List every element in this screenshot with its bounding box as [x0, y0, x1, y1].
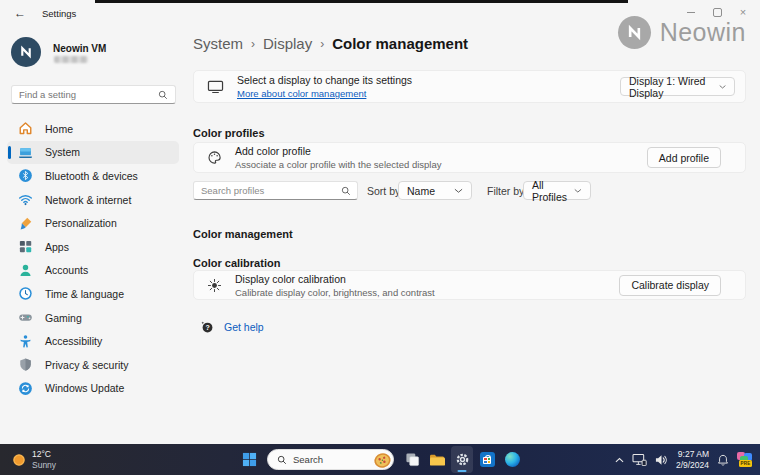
palette-icon — [207, 150, 222, 165]
sidebar-item-bluetooth-devices[interactable]: Bluetooth & devices — [7, 164, 179, 188]
settings-window: ← Settings × Neowin Neowin VM Home Syste… — [0, 0, 760, 475]
search-profiles-box[interactable] — [193, 181, 358, 200]
add-color-profile-card: Add color profile Associate a color prof… — [193, 142, 746, 173]
sidebar-item-time-language[interactable]: Time & language — [7, 282, 179, 306]
search-icon — [277, 455, 287, 465]
taskbar: 12°C Sunny Search — [0, 444, 760, 475]
edge-button[interactable] — [501, 446, 523, 473]
network-tray-icon[interactable] — [632, 453, 647, 466]
breadcrumb-separator: › — [320, 36, 324, 51]
user-email-redacted — [54, 56, 88, 63]
get-help-row: ? Get help — [200, 320, 264, 334]
page-title: Color management — [332, 35, 468, 52]
microsoft-store-button[interactable] — [476, 446, 498, 473]
taskbar-search-label: Search — [293, 454, 323, 465]
weather-sun-icon — [12, 453, 26, 467]
chevron-down-icon — [574, 188, 582, 194]
search-icon — [158, 90, 168, 100]
titlebar: ← Settings — [14, 7, 76, 19]
task-view-icon — [405, 452, 420, 467]
weather-widget[interactable]: 12°C Sunny — [12, 444, 56, 475]
accessibility-icon — [18, 334, 33, 349]
get-help-link[interactable]: Get help — [224, 321, 264, 333]
tray-time: 9:27 AM — [678, 449, 709, 460]
avatar[interactable] — [11, 37, 41, 67]
display-selector-title: Select a display to change its settings — [237, 74, 412, 86]
back-icon[interactable]: ← — [14, 7, 26, 19]
content-pane: System › Display › Color management Sele… — [193, 0, 746, 444]
taskbar-center: Search — [238, 446, 523, 473]
calibration-desc: Calibrate display color, brightness, and… — [235, 287, 435, 298]
personalization-icon — [18, 216, 33, 231]
calibration-title: Display color calibration — [235, 273, 435, 285]
calibration-sun-icon — [207, 278, 222, 293]
sidebar-item-accounts[interactable]: Accounts — [7, 259, 179, 283]
filter-by-dropdown[interactable]: All Profiles — [523, 181, 591, 200]
edge-icon — [505, 452, 520, 467]
notifications-bell-icon[interactable] — [717, 454, 729, 466]
breadcrumb-display[interactable]: Display — [263, 35, 312, 52]
color-calibration-heading: Color calibration — [193, 257, 280, 269]
sidebar-item-home[interactable]: Home — [7, 117, 179, 141]
add-profile-button[interactable]: Add profile — [647, 147, 721, 168]
breadcrumb: System › Display › Color management — [193, 35, 468, 52]
more-about-color-management-link[interactable]: More about color management — [237, 88, 412, 99]
calibrate-display-button[interactable]: Calibrate display — [619, 275, 721, 296]
pizza-highlight-icon — [373, 451, 392, 470]
copilot-pre-badge: PRE — [739, 460, 752, 467]
breadcrumb-separator: › — [251, 36, 255, 51]
windows-update-icon — [18, 381, 33, 396]
time-language-icon — [18, 286, 33, 301]
file-explorer-icon — [429, 453, 445, 467]
tray-date: 2/9/2024 — [676, 460, 709, 471]
sort-by-dropdown[interactable]: Name — [398, 181, 472, 200]
add-color-profile-title: Add color profile — [235, 145, 441, 157]
taskbar-search[interactable]: Search — [267, 449, 394, 470]
monitor-icon — [207, 79, 224, 94]
profiles-filter-row: Sort by: Name Filter by: All Profiles — [193, 181, 746, 200]
color-profiles-heading: Color profiles — [193, 127, 265, 139]
settings-taskbar-button[interactable] — [451, 446, 473, 473]
filter-by-label: Filter by: — [487, 185, 527, 197]
sidebar-nav: Home System Bluetooth & devices Network … — [7, 117, 179, 400]
apps-icon — [18, 239, 33, 254]
copilot-preview-icon[interactable]: PRE — [737, 452, 754, 467]
weather-temp: 12°C — [32, 449, 56, 459]
tray-clock[interactable]: 9:27 AM 2/9/2024 — [676, 449, 709, 470]
display-dropdown[interactable]: Display 1: Wired Display — [620, 77, 735, 96]
search-icon — [341, 186, 351, 196]
svg-text:?: ? — [205, 324, 209, 331]
breadcrumb-system[interactable]: System — [193, 35, 243, 52]
sidebar-item-system[interactable]: System — [7, 141, 179, 165]
start-button[interactable] — [238, 446, 260, 473]
sidebar-item-gaming[interactable]: Gaming — [7, 306, 179, 330]
chevron-down-icon — [454, 188, 463, 194]
sidebar-item-apps[interactable]: Apps — [7, 235, 179, 259]
task-view-button[interactable] — [401, 446, 423, 473]
user-name: Neowin VM — [53, 43, 106, 54]
network-icon — [18, 192, 33, 207]
tray-chevron-up-icon[interactable] — [615, 457, 624, 463]
sidebar-item-privacy-security[interactable]: Privacy & security — [7, 353, 179, 377]
search-profiles-input[interactable] — [194, 185, 341, 196]
sidebar-item-network-internet[interactable]: Network & internet — [7, 188, 179, 212]
chevron-down-icon — [719, 84, 726, 90]
color-management-heading: Color management — [193, 228, 293, 240]
display-color-calibration-card: Display color calibration Calibrate disp… — [193, 270, 746, 300]
settings-gear-icon — [455, 452, 470, 467]
find-setting-input[interactable] — [12, 89, 158, 100]
weather-condition: Sunny — [32, 460, 56, 470]
sidebar-item-windows-update[interactable]: Windows Update — [7, 377, 179, 401]
find-setting-search[interactable] — [11, 85, 176, 104]
system-tray: 9:27 AM 2/9/2024 PRE — [615, 444, 754, 475]
file-explorer-button[interactable] — [426, 446, 448, 473]
windows-start-icon — [242, 452, 257, 467]
sidebar-item-personalization[interactable]: Personalization — [7, 211, 179, 235]
sidebar-item-accessibility[interactable]: Accessibility — [7, 329, 179, 353]
window-title: Settings — [42, 8, 76, 19]
privacy-security-icon — [18, 357, 33, 372]
get-help-icon: ? — [200, 320, 214, 334]
add-color-profile-desc: Associate a color profile with the selec… — [235, 159, 441, 170]
volume-icon[interactable] — [655, 454, 668, 466]
microsoft-store-icon — [480, 452, 495, 467]
